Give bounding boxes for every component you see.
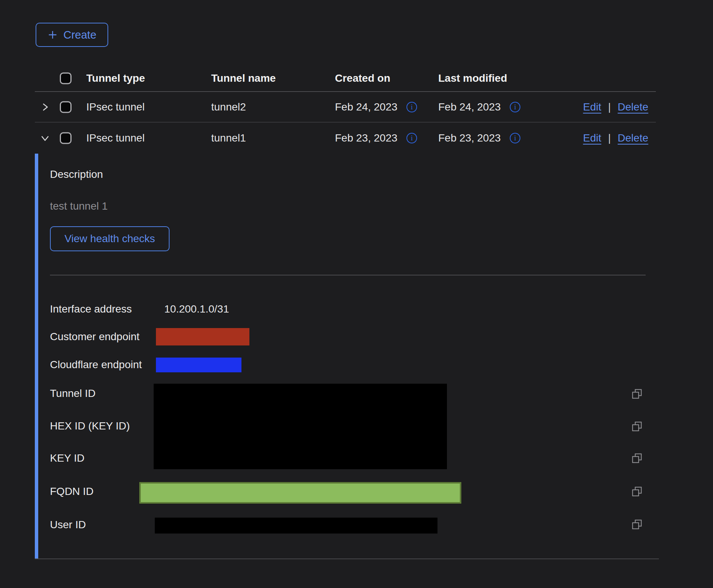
tunnel-type-cell: IPsec tunnel	[86, 132, 145, 144]
info-icon[interactable]: i	[510, 102, 520, 112]
header-created-on: Created on	[335, 72, 390, 84]
copy-icon[interactable]	[631, 519, 643, 530]
fqdn-id-redacted-value	[139, 482, 461, 504]
delete-link[interactable]: Delete	[618, 101, 648, 113]
chevron-right-icon[interactable]	[39, 101, 51, 113]
table-header-row: Tunnel type Tunnel name Created on Last …	[35, 65, 656, 92]
row-actions: Edit | Delete	[583, 132, 648, 144]
created-on-cell: Feb 24, 2023 i	[335, 101, 417, 113]
view-health-checks-button[interactable]: View health checks	[50, 226, 170, 251]
last-modified-date: Feb 24, 2023	[438, 101, 501, 113]
expanded-row-indicator-bar	[35, 154, 38, 558]
description-label: Description	[50, 168, 103, 181]
chevron-down-icon[interactable]	[39, 132, 51, 144]
key-id-label: KEY ID	[50, 452, 84, 465]
row-checkbox[interactable]	[60, 101, 72, 113]
table-row: IPsec tunnel tunnel2 Feb 24, 2023 i Feb …	[35, 92, 656, 123]
tunnel-type-cell: IPsec tunnel	[86, 101, 145, 113]
row-actions: Edit | Delete	[583, 101, 648, 113]
copy-icon[interactable]	[631, 388, 643, 400]
tunnels-table: Tunnel type Tunnel name Created on Last …	[35, 65, 656, 153]
table-row: IPsec tunnel tunnel1 Feb 23, 2023 i Feb …	[35, 123, 656, 153]
header-tunnel-name: Tunnel name	[211, 72, 276, 84]
ids-redacted-value	[154, 384, 447, 469]
create-button-label: Create	[63, 29, 96, 41]
copy-icon[interactable]	[631, 453, 643, 464]
actions-separator: |	[608, 132, 611, 144]
tunnels-page: Create Tunnel type Tunnel name Created o…	[0, 0, 713, 588]
description-value: test tunnel 1	[50, 200, 108, 213]
last-modified-date: Feb 23, 2023	[438, 132, 501, 144]
created-on-date: Feb 24, 2023	[335, 101, 397, 113]
header-tunnel-type: Tunnel type	[86, 72, 145, 84]
interface-address-value: 10.200.1.0/31	[164, 303, 229, 316]
detail-divider	[50, 275, 646, 275]
edit-link[interactable]: Edit	[583, 132, 601, 144]
customer-endpoint-label: Customer endpoint	[50, 330, 140, 343]
created-on-cell: Feb 23, 2023 i	[335, 132, 417, 144]
interface-address-label: Interface address	[50, 303, 132, 316]
user-id-label: User ID	[50, 518, 86, 531]
last-modified-cell: Feb 23, 2023 i	[438, 132, 520, 144]
edit-link[interactable]: Edit	[583, 101, 601, 113]
header-last-modified: Last modified	[438, 72, 507, 84]
fqdn-id-label: FQDN ID	[50, 485, 93, 498]
info-icon[interactable]: i	[406, 133, 417, 143]
tunnel-id-label: Tunnel ID	[50, 387, 95, 400]
plus-icon	[47, 30, 58, 40]
copy-icon[interactable]	[631, 421, 643, 432]
cloudflare-endpoint-label: Cloudflare endpoint	[50, 358, 142, 371]
customer-endpoint-redacted-value	[156, 328, 249, 345]
select-all-checkbox[interactable]	[60, 72, 72, 84]
hex-id-label: HEX ID (KEY ID)	[50, 420, 130, 432]
cloudflare-endpoint-redacted-value	[156, 358, 241, 372]
tunnel-detail-panel: Description test tunnel 1 View health ch…	[35, 154, 659, 559]
tunnel-name-cell: tunnel2	[211, 101, 246, 113]
delete-link[interactable]: Delete	[618, 132, 648, 144]
create-button[interactable]: Create	[36, 23, 108, 47]
copy-icon[interactable]	[631, 486, 643, 497]
info-icon[interactable]: i	[510, 133, 520, 143]
created-on-date: Feb 23, 2023	[335, 132, 397, 144]
row-checkbox[interactable]	[60, 132, 72, 144]
tunnel-name-cell: tunnel1	[211, 132, 246, 144]
user-id-redacted-value	[155, 518, 437, 534]
last-modified-cell: Feb 24, 2023 i	[438, 101, 520, 113]
info-icon[interactable]: i	[406, 102, 417, 112]
actions-separator: |	[608, 101, 611, 113]
